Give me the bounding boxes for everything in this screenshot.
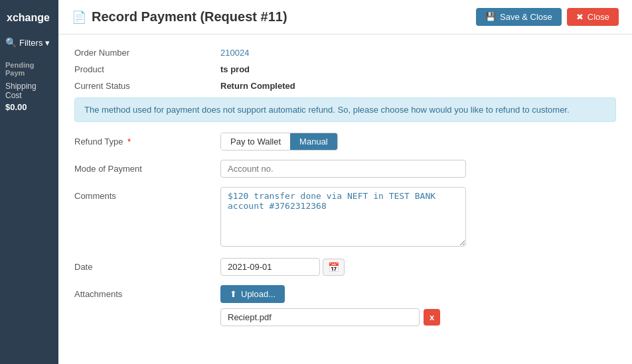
filters-button[interactable]: Filters ▾ <box>19 38 50 48</box>
comments-textarea[interactable] <box>220 187 466 247</box>
refund-type-toggle-wrap: Pay to Wallet Manual <box>220 133 616 151</box>
close-button[interactable]: ✖ Close <box>567 8 619 26</box>
mode-of-payment-row: Mode of Payment <box>74 160 616 178</box>
sidebar-shipping-value: $0.00 <box>5 102 53 112</box>
alert-text: The method used for payment does not sup… <box>84 105 570 115</box>
file-remove-button[interactable]: x <box>424 309 440 326</box>
current-status-row: Current Status Return Completed <box>74 81 616 91</box>
attachments-wrap: ⬆ Upload... x <box>220 285 616 326</box>
attachments-label: Attachments <box>74 285 220 299</box>
comments-label: Comments <box>74 187 220 201</box>
modal-body: Order Number 210024 Product ts prod Curr… <box>58 34 632 349</box>
mode-of-payment-label: Mode of Payment <box>74 160 220 174</box>
file-name-input[interactable] <box>220 308 420 326</box>
date-wrap: 📅 <box>220 258 616 276</box>
calendar-button[interactable]: 📅 <box>323 259 345 276</box>
pay-to-wallet-button[interactable]: Pay to Wallet <box>221 133 290 150</box>
mode-of-payment-wrap <box>220 160 616 178</box>
save-close-button[interactable]: 💾 Save & Close <box>476 8 562 26</box>
header-buttons: 💾 Save & Close ✖ Close <box>476 8 619 26</box>
file-row: x <box>220 308 616 326</box>
main-content: 📄 Record Payment (Request #11) 💾 Save & … <box>58 0 632 364</box>
close-icon: ✖ <box>576 12 584 22</box>
date-label: Date <box>74 258 220 272</box>
alert-banner: The method used for payment does not sup… <box>74 97 616 122</box>
order-number-value[interactable]: 210024 <box>220 48 249 58</box>
refund-type-row: Refund Type * Pay to Wallet Manual <box>74 133 616 151</box>
refund-type-label: Refund Type * <box>74 133 220 147</box>
comments-wrap <box>220 187 616 249</box>
product-row: Product ts prod <box>74 64 616 74</box>
sidebar-section-title: Pending Paym <box>5 58 53 80</box>
upload-icon: ⬆ <box>230 289 237 299</box>
search-icon[interactable]: 🔍 <box>5 37 17 48</box>
attachments-row: Attachments ⬆ Upload... x <box>74 285 616 326</box>
upload-button[interactable]: ⬆ Upload... <box>220 285 285 303</box>
product-value: ts prod <box>220 64 250 74</box>
manual-button[interactable]: Manual <box>290 133 337 150</box>
required-indicator: * <box>127 137 131 147</box>
current-status-value: Return Completed <box>220 81 295 91</box>
order-number-row: Order Number 210024 <box>74 48 616 58</box>
date-group: 📅 <box>220 258 616 276</box>
mode-of-payment-input[interactable] <box>220 160 466 178</box>
comments-row: Comments <box>74 187 616 249</box>
date-row: Date 📅 <box>74 258 616 276</box>
document-icon: 📄 <box>72 10 86 25</box>
sidebar-shipping-label: Shipping Cost <box>5 80 53 102</box>
sidebar-title: xchange <box>0 7 58 34</box>
refund-type-toggle: Pay to Wallet Manual <box>220 133 338 151</box>
sidebar: xchange 🔍 Filters ▾ Pending Paym Shippin… <box>0 0 58 364</box>
modal-title-text: Record Payment (Request #11) <box>92 9 287 25</box>
save-icon: 💾 <box>485 12 496 22</box>
calendar-icon: 📅 <box>328 262 339 273</box>
sidebar-section: Pending Paym Shipping Cost $0.00 <box>0 58 58 112</box>
modal-header: 📄 Record Payment (Request #11) 💾 Save & … <box>58 0 632 34</box>
sidebar-search-row: 🔍 Filters ▾ <box>0 34 58 50</box>
product-label: Product <box>74 64 220 74</box>
modal-title: 📄 Record Payment (Request #11) <box>72 9 287 25</box>
date-input[interactable] <box>220 258 320 276</box>
order-number-label: Order Number <box>74 48 220 58</box>
current-status-label: Current Status <box>74 81 220 91</box>
